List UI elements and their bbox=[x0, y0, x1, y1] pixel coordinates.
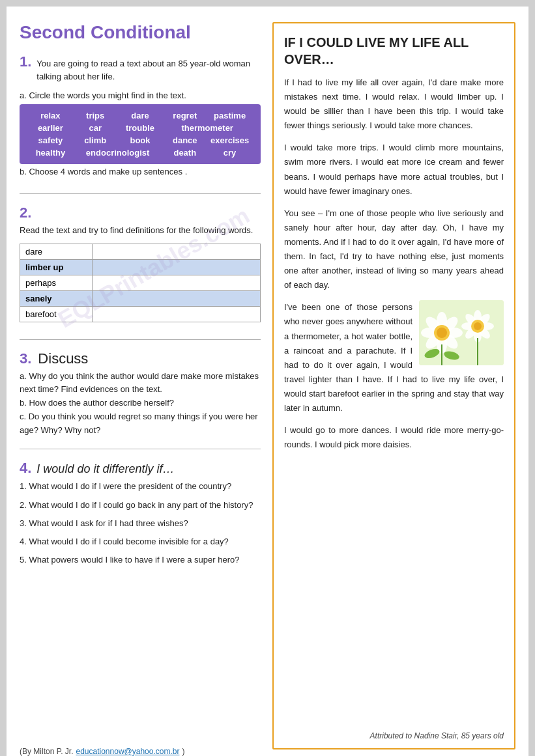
word-death: death bbox=[163, 148, 207, 158]
article-attribution: Attributed to Nadine Stair, 85 years old bbox=[284, 725, 504, 740]
section4-title: I would do it differently if… bbox=[36, 462, 174, 476]
def-blank-perhaps bbox=[92, 275, 260, 290]
part-a-label: a. Circle the words you might find in th… bbox=[20, 91, 261, 100]
def-blank-sanely bbox=[92, 290, 260, 306]
word-regret: regret bbox=[163, 111, 207, 120]
footer: (By Milton P. Jr. educationnow@yahoo.com… bbox=[20, 747, 515, 756]
word-thermometer: thermometer bbox=[163, 123, 252, 133]
section3-title: Discuss bbox=[38, 350, 88, 367]
word-exercises: exercises bbox=[208, 135, 252, 145]
word-pastime: pastime bbox=[208, 111, 252, 120]
section4: 4. I would do it differently if… 1. What… bbox=[20, 460, 261, 570]
def-row-dare: dare bbox=[20, 244, 261, 259]
section1: 1. You are going to read a text about an… bbox=[20, 53, 261, 84]
def-row-barefoot: barefoot bbox=[20, 306, 261, 322]
s4-q5: 5. What powers would I like to have if I… bbox=[20, 553, 261, 567]
word-dare: dare bbox=[119, 111, 162, 120]
article-para1: If I had to live my life all over again,… bbox=[284, 76, 504, 133]
def-blank-limber bbox=[92, 259, 260, 275]
word-dance: dance bbox=[163, 135, 207, 145]
footer-closing: ) bbox=[182, 747, 184, 756]
article-para5: I would go to more dances. I would ride … bbox=[284, 423, 504, 452]
footer-text: (By Milton P. Jr. bbox=[20, 747, 73, 756]
discuss-q3: c. Do you think you would regret so many… bbox=[20, 410, 261, 438]
word-book: book bbox=[119, 135, 162, 145]
section1-number: 1. bbox=[20, 53, 31, 70]
section4-number: 4. bbox=[20, 460, 31, 477]
main-title: Second Conditional bbox=[20, 22, 261, 43]
discuss-q1: a. Why do you think the author would dar… bbox=[20, 370, 261, 397]
word-safety: safety bbox=[29, 135, 72, 145]
divider3 bbox=[20, 449, 261, 449]
article-para3: You see – I'm one of those people who li… bbox=[284, 206, 504, 293]
article-para2: I would take more trips. I would climb m… bbox=[284, 141, 504, 198]
section2-text: Read the text and try to find definition… bbox=[20, 224, 253, 237]
def-blank-dare bbox=[92, 244, 260, 259]
word-trips: trips bbox=[74, 111, 117, 120]
article-title: IF I COULD LIVE MY LIFE ALL OVER… bbox=[284, 34, 504, 68]
def-blank-barefoot bbox=[92, 306, 260, 322]
svg-point-20 bbox=[474, 322, 482, 330]
page: Second Conditional 1. You are going to r… bbox=[7, 7, 528, 756]
definitions-table: dare limber up perhaps sanely barefoot bbox=[20, 244, 261, 322]
word-climb: climb bbox=[74, 135, 117, 145]
def-row-sanely: sanely bbox=[20, 290, 261, 306]
def-row-perhaps: perhaps bbox=[20, 275, 261, 290]
divider1 bbox=[20, 193, 261, 194]
section3-number: 3. bbox=[20, 350, 31, 367]
def-word-limber: limber up bbox=[20, 259, 93, 275]
section1-text: You are going to read a text about an 85… bbox=[36, 57, 261, 83]
discuss-questions: a. Why do you think the author would dar… bbox=[20, 370, 261, 438]
s4-q3: 3. What would I ask for if I had three w… bbox=[20, 516, 261, 531]
right-column: IF I COULD LIVE MY LIFE ALL OVER… If I h… bbox=[272, 22, 515, 749]
section2-number: 2. bbox=[20, 204, 31, 221]
word-relax: relax bbox=[29, 111, 72, 120]
part-a: a. Circle the words you might find in th… bbox=[20, 91, 261, 182]
word-box: relax trips dare regret pastime earlier … bbox=[20, 104, 261, 164]
def-word-dare: dare bbox=[20, 244, 93, 259]
def-word-sanely: sanely bbox=[20, 290, 93, 306]
word-healthy: healthy bbox=[29, 148, 72, 158]
s4-q2: 2. What would I do if I could go back in… bbox=[20, 498, 261, 512]
divider2 bbox=[20, 339, 261, 340]
word-cry: cry bbox=[208, 148, 252, 158]
discuss-q2: b. How does the author describe herself? bbox=[20, 397, 261, 410]
article-body: If I had to live my life all over again,… bbox=[284, 76, 504, 460]
left-column: Second Conditional 1. You are going to r… bbox=[20, 22, 261, 749]
word-earlier: earlier bbox=[29, 123, 72, 133]
flower-image bbox=[419, 300, 504, 365]
section2: 2. Read the text and try to find definit… bbox=[20, 204, 261, 237]
svg-point-10 bbox=[437, 328, 447, 338]
s4-q1: 1. What would I do if I were the preside… bbox=[20, 479, 261, 494]
section4-questions: 1. What would I do if I were the preside… bbox=[20, 479, 261, 567]
part-b-label: b. Choose 4 words and make up sentences … bbox=[20, 167, 261, 176]
word-car: car bbox=[74, 123, 117, 133]
def-word-perhaps: perhaps bbox=[20, 275, 93, 290]
def-row-limber: limber up bbox=[20, 259, 261, 275]
def-word-barefoot: barefoot bbox=[20, 306, 93, 322]
s4-q4: 4. What would I do if I could become inv… bbox=[20, 535, 261, 549]
word-trouble: trouble bbox=[119, 123, 162, 133]
word-endocrinologist: endocrinologist bbox=[74, 148, 162, 158]
footer-email[interactable]: educationnow@yahoo.com.br bbox=[76, 747, 179, 756]
section3: 3. Discuss a. Why do you think the autho… bbox=[20, 350, 261, 438]
